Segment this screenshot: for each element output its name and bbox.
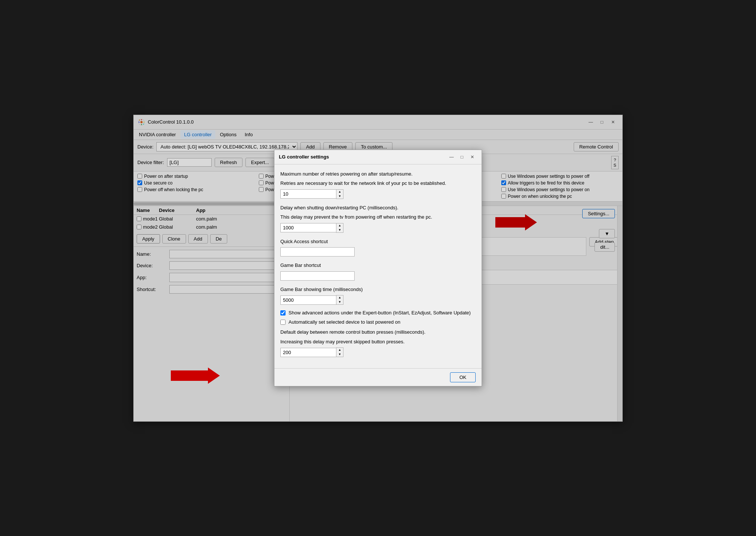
dialog-footer: OK xyxy=(274,368,482,386)
game-bar-shortcut-label: Game Bar shortcut xyxy=(280,262,476,269)
lg-settings-dialog: LG controller settings — □ ✕ Maximum num… xyxy=(274,150,482,387)
delay-up[interactable]: ▲ xyxy=(336,223,343,228)
delay-text2: This delay may prevent the tv from power… xyxy=(280,213,476,221)
default-delay-input[interactable] xyxy=(280,348,336,357)
retry-text2: Retries are necessary to wait for the ne… xyxy=(280,180,476,187)
delay-text1: Delay when shutting down/restarting PC (… xyxy=(280,204,476,212)
delay-spinner-buttons: ▲ ▼ xyxy=(336,223,343,233)
retry-text1: Maximum number of retries powering on af… xyxy=(280,170,476,178)
dialog-minimize[interactable]: — xyxy=(447,153,456,161)
retry-up[interactable]: ▲ xyxy=(336,190,343,194)
game-bar-time-down[interactable]: ▼ xyxy=(336,300,343,304)
ok-button[interactable]: OK xyxy=(450,372,476,382)
delay-down[interactable]: ▼ xyxy=(336,228,343,232)
retry-down[interactable]: ▼ xyxy=(336,194,343,199)
default-delay-text2: Increasing this delay may prevent skippe… xyxy=(280,338,476,346)
auto-set-label: Automatically set selected device to las… xyxy=(289,319,400,325)
dialog-controls: — □ ✕ xyxy=(447,153,477,161)
delay-section: Delay when shutting down/restarting PC (… xyxy=(280,204,476,233)
quick-access-section: Quick Access shortcut xyxy=(280,238,476,257)
quick-access-input[interactable] xyxy=(280,247,355,256)
auto-set-checkbox[interactable] xyxy=(280,320,286,325)
game-bar-time-buttons: ▲ ▼ xyxy=(336,295,343,305)
show-advanced-label: Show advanced actions under the Expert-b… xyxy=(289,310,471,316)
dialog-body: Maximum number of retries powering on af… xyxy=(274,164,482,369)
dialog-close[interactable]: ✕ xyxy=(467,153,477,161)
retry-section: Maximum number of retries powering on af… xyxy=(280,170,476,199)
default-delay-down[interactable]: ▼ xyxy=(336,352,343,357)
game-bar-time-label: Game Bar showing time (milliseconds) xyxy=(280,286,476,293)
auto-set-row: Automatically set selected device to las… xyxy=(280,319,476,325)
dialog-overlay: LG controller settings — □ ✕ Maximum num… xyxy=(134,115,622,421)
game-bar-time-input[interactable] xyxy=(280,295,336,305)
default-delay-up[interactable]: ▲ xyxy=(336,348,343,352)
delay-spinner: ▲ ▼ xyxy=(280,223,476,233)
show-advanced-checkbox[interactable] xyxy=(280,310,286,316)
checkbox-arrow xyxy=(171,367,220,384)
dialog-title: LG controller settings xyxy=(279,154,329,160)
retry-value-input[interactable] xyxy=(280,189,336,199)
retry-spinner: ▲ ▼ xyxy=(280,189,476,199)
retry-spinner-buttons: ▲ ▼ xyxy=(336,189,343,199)
app-window: ColorControl 10.1.0.0 — □ ✕ NVIDIA contr… xyxy=(133,115,623,422)
cb-arrow-body xyxy=(171,370,208,381)
show-advanced-row: Show advanced actions under the Expert-b… xyxy=(280,310,476,316)
dialog-maximize[interactable]: □ xyxy=(457,153,467,161)
default-delay-text1: Default delay between remote control but… xyxy=(280,329,476,336)
default-delay-buttons: ▲ ▼ xyxy=(336,347,343,357)
cb-arrow-head xyxy=(208,367,220,384)
game-bar-time-section: Game Bar showing time (milliseconds) ▲ ▼ xyxy=(280,286,476,305)
default-delay-spinner: ▲ ▼ xyxy=(280,347,476,357)
delay-value-input[interactable] xyxy=(280,223,336,232)
quick-access-label: Quick Access shortcut xyxy=(280,238,476,245)
game-bar-shortcut-section: Game Bar shortcut xyxy=(280,262,476,281)
game-bar-shortcut-input[interactable] xyxy=(280,271,355,281)
game-bar-time-spinner: ▲ ▼ xyxy=(280,295,476,305)
dialog-title-bar: LG controller settings — □ ✕ xyxy=(274,150,482,164)
game-bar-time-up[interactable]: ▲ xyxy=(336,295,343,300)
default-delay-section: Default delay between remote control but… xyxy=(280,329,476,357)
